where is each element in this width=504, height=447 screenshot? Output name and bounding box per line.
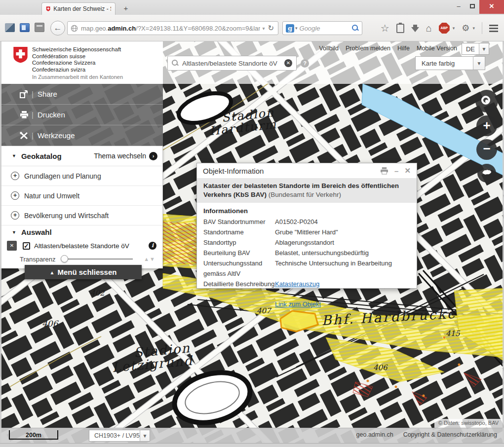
katasterauszug-link[interactable]: Katasterauszug	[275, 280, 319, 288]
copyright-link[interactable]: Copyright & Datenschutzerklärung	[403, 431, 497, 438]
window-titlebar: Karten der Schweiz - Schweize... + – ✕	[0, 0, 504, 15]
window-frame-left	[0, 41, 1, 443]
geolocate-button[interactable]	[475, 90, 498, 112]
new-tab-button[interactable]: +	[119, 3, 132, 14]
transparency-slider[interactable]	[61, 255, 133, 263]
language-select[interactable]: DE ▼	[462, 43, 489, 55]
confederation-logo[interactable]: Schweizerische EidgenossenschaftConfédér…	[0, 41, 163, 84]
addon-gear-icon[interactable]: ⚙	[462, 23, 469, 34]
expand-plus-icon: +	[11, 172, 19, 180]
elevation-406: 406	[42, 319, 59, 329]
map-style-select[interactable]: Karte farbig ▼	[415, 56, 485, 70]
werkzeuge-label: Werkzeuge	[38, 131, 75, 140]
home-icon[interactable]: ⌂	[426, 23, 432, 34]
adblock-icon[interactable]: ABP	[439, 23, 450, 34]
browser-search-bar[interactable]: g ▾ Google	[282, 21, 362, 35]
layer-name: Altlasten/belastete Standorte öV	[34, 242, 149, 250]
adblock-caret-icon[interactable]: ▾	[453, 26, 455, 31]
expand-plus-icon: +	[11, 191, 19, 200]
addon-caret-icon[interactable]: ▾	[472, 26, 475, 31]
window-frame-bottom	[0, 443, 504, 447]
link-zum-objekt[interactable]: Link zum Objekt	[275, 300, 321, 308]
footer-bar: 200m CH1903+ / LV95 ▼ geo.admin.ch Copyr…	[0, 428, 504, 443]
window-maximize-button[interactable]	[465, 0, 479, 14]
link-mobile-version[interactable]: Mobile Version	[417, 45, 457, 52]
search-help-button[interactable]: ?	[301, 59, 309, 68]
auswahl-label: Auswahl	[21, 228, 52, 236]
downloads-icon[interactable]	[411, 27, 419, 32]
layer-checkbox[interactable]: ✓	[23, 242, 30, 250]
sidebar-item-share[interactable]: | Share	[0, 84, 163, 105]
search-icon	[172, 60, 179, 67]
drucken-label: Drucken	[38, 111, 65, 119]
popup-layer-title: Kataster der belasteten Standorte im Ber…	[197, 178, 417, 203]
window-minimize-button[interactable]: –	[452, 0, 465, 14]
layer-info-icon[interactable]: i	[149, 242, 156, 250]
catalog-item-bevoelkerung[interactable]: + Bevölkerung und Wirtschaft	[0, 206, 162, 225]
logo-text: Schweizerische EidgenossenschaftConfédér…	[32, 46, 121, 73]
link-vollbild[interactable]: Vollbild	[319, 45, 339, 52]
link-hilfe[interactable]: Hilfe	[397, 45, 410, 52]
print-icon[interactable]	[380, 167, 388, 175]
logo-subtitle: In Zusammenarbeit mit den Kantonen	[32, 74, 123, 80]
minimize-icon[interactable]: –	[394, 167, 398, 175]
reload-icon[interactable]: ↻	[267, 24, 275, 33]
close-menu-button[interactable]: ▲Menü schliessen	[25, 265, 142, 279]
remove-layer-button[interactable]: ✕	[7, 241, 17, 251]
popup-header[interactable]: Objekt-Information – ✕	[197, 163, 417, 176]
addon-icon-2[interactable]	[20, 23, 30, 32]
zoom-out-button[interactable]: −	[476, 139, 497, 160]
geokatalog-section[interactable]: ▼ Geokatalog Thema wechseln ›	[0, 146, 162, 166]
map-attribution[interactable]: © Daten: swisstopo, BAV	[434, 419, 503, 428]
sidebar-item-drucken[interactable]: | Drucken	[0, 105, 163, 125]
geoadmin-link[interactable]: geo.admin.ch	[356, 431, 393, 438]
url-bar[interactable]: map.geo.admin.ch/?X=249138.11&Y=680698.2…	[67, 21, 278, 35]
layer-down-icon[interactable]: ▼	[150, 256, 155, 262]
chevron-down-icon: ▼	[473, 57, 485, 70]
link-problem-melden[interactable]: Problem melden	[346, 45, 390, 52]
zoom-to-switzerland-button[interactable]	[477, 164, 496, 183]
menu-hamburger-icon[interactable]	[489, 23, 498, 34]
window-close-button[interactable]: ✕	[479, 0, 504, 14]
object-info-popup: Objekt-Information – ✕ Kataster der bela…	[196, 163, 417, 289]
search-engine-caret-icon[interactable]: ▾	[295, 26, 298, 31]
catalog-item-grundlagen[interactable]: + Grundlagen und Planung	[0, 166, 162, 186]
sidebar: | Share | Drucken | Werkzeuge ▼	[0, 84, 163, 268]
popup-body: Informationen BAV StandortnummerA01502-P…	[197, 203, 417, 314]
zoom-in-button[interactable]: +	[476, 115, 497, 136]
tab-title: Karten der Schweiz - Schweize...	[53, 5, 111, 12]
addon-icon-3[interactable]	[35, 23, 44, 32]
browser-tab[interactable]: Karten der Schweiz - Schweize...	[41, 2, 116, 15]
url-dropdown-icon[interactable]: ▾	[260, 26, 267, 31]
transparency-label: Transparenz	[20, 256, 56, 263]
printer-icon	[18, 111, 31, 119]
swiss-shield-icon	[13, 46, 28, 63]
clear-search-button[interactable]: ✕	[284, 59, 292, 67]
layer-up-icon[interactable]: ▲	[144, 256, 150, 262]
auswahl-section[interactable]: ▼ Auswahl	[0, 225, 162, 239]
sidebar-item-werkzeuge[interactable]: | Werkzeuge	[0, 125, 163, 146]
swiss-shield-favicon	[46, 5, 50, 12]
toolbar-separator	[482, 22, 482, 34]
collapse-triangle-icon: ▼	[12, 153, 16, 158]
browser-window: Karten der Schweiz - Schweize... + – ✕ ←…	[0, 0, 504, 447]
bookmark-star-icon[interactable]: ☆	[381, 22, 389, 34]
thema-wechseln-link[interactable]: Thema wechseln ›	[94, 152, 157, 160]
slider-knob[interactable]	[61, 255, 68, 262]
elevation-415: 415	[446, 329, 461, 338]
chevron-down-icon: ▼	[140, 430, 150, 441]
globe-icon	[71, 25, 78, 32]
search-go-icon[interactable]	[352, 25, 359, 32]
projection-select[interactable]: CH1903+ / LV95 ▼	[89, 430, 150, 442]
catalog-item-natur[interactable]: + Natur und Umwelt	[0, 186, 162, 206]
app-header: Schweizerische EidgenossenschaftConfédér…	[0, 41, 504, 84]
geokatalog-label: Geokatalog	[21, 152, 62, 160]
addon-icon-1[interactable]	[5, 23, 15, 32]
informationen-heading: Informationen	[203, 207, 410, 215]
map-search-input[interactable]: Altlasten/belastete Standorte öV ✕	[167, 56, 297, 71]
close-icon[interactable]: ✕	[404, 166, 411, 175]
bookmarks-menu-icon[interactable]	[396, 24, 404, 33]
expand-plus-icon: +	[11, 211, 19, 220]
back-button[interactable]: ←	[50, 21, 65, 36]
share-icon	[18, 90, 31, 98]
